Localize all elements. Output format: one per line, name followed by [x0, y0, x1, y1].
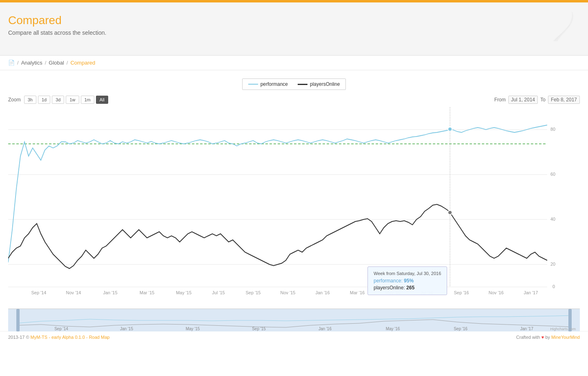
legend-performance-label: performance	[261, 81, 288, 87]
header: Compared Compare all stats across the se…	[0, 2, 588, 56]
breadcrumb-current: Compared	[70, 60, 95, 66]
breadcrumb-sep2: /	[45, 60, 47, 66]
chart-legend: performance playersOnline	[8, 78, 580, 90]
breadcrumb-analytics[interactable]: Analytics	[21, 60, 42, 66]
svg-text:Sep '16: Sep '16	[454, 327, 468, 331]
svg-text:Sep '14: Sep '14	[54, 327, 68, 331]
svg-text:80: 80	[550, 127, 555, 132]
main-chart: 80 60 40 20 0 Sep '14 Nov '14 Jan '15 Ma…	[8, 107, 580, 309]
footer-crafted: Crafted with	[516, 335, 541, 340]
navigator[interactable]: Sep '14 Jan '15 May '15 Sep '15 Jan '16 …	[8, 309, 580, 331]
svg-text:May '15: May '15	[186, 327, 200, 331]
players-dot	[448, 210, 452, 215]
footer: 2013-17 © MyM-TS - early Alpha 0.1.0 - R…	[0, 331, 588, 343]
svg-text:Jul '15: Jul '15	[212, 290, 225, 295]
feather-icon	[551, 11, 576, 43]
breadcrumb-home-icon[interactable]: 📄	[8, 60, 15, 66]
legend-players: playersOnline	[298, 81, 340, 87]
svg-rect-30	[16, 309, 20, 331]
svg-text:Nov '14: Nov '14	[66, 290, 81, 295]
legend-box: performance playersOnline	[242, 78, 346, 90]
breadcrumb: 📄 / Analytics / Global / Compared	[0, 56, 588, 70]
svg-text:Sep '16: Sep '16	[454, 290, 469, 295]
legend-performance-line	[248, 84, 258, 85]
from-value: Jul 1, 2014	[508, 96, 538, 104]
footer-right: Crafted with ♥ by MineYourMind	[516, 335, 580, 340]
svg-line-0	[555, 25, 570, 40]
zoom-label: Zoom	[8, 97, 21, 103]
legend-performance: performance	[248, 81, 288, 87]
from-label: From	[494, 97, 506, 103]
svg-text:Highcharts.com: Highcharts.com	[550, 327, 576, 331]
zoom-1d[interactable]: 1d	[38, 96, 50, 104]
svg-text:20: 20	[550, 262, 555, 266]
svg-text:Jan '15: Jan '15	[120, 327, 133, 331]
footer-by: by	[545, 335, 551, 340]
heart-icon: ♥	[541, 335, 544, 340]
svg-text:Nov '15: Nov '15	[281, 290, 296, 295]
navigator-svg: Sep '14 Jan '15 May '15 Sep '15 Jan '16 …	[8, 309, 580, 331]
zoom-1w[interactable]: 1w	[66, 96, 79, 104]
footer-copyright: 2013-17 ©	[8, 335, 31, 340]
svg-text:Jul '16: Jul '16	[420, 290, 433, 295]
svg-text:May '16: May '16	[385, 290, 401, 295]
zoom-3h[interactable]: 3h	[24, 96, 36, 104]
svg-text:Jan '16: Jan '16	[318, 327, 332, 331]
svg-text:Mar '15: Mar '15	[140, 290, 154, 295]
svg-text:Jan '17: Jan '17	[520, 327, 533, 331]
performance-dot	[448, 127, 452, 131]
breadcrumb-global[interactable]: Global	[49, 60, 64, 66]
footer-brand-link[interactable]: MyM-TS - early Alpha 0.1.0 - Road Map	[31, 335, 110, 340]
zoom-all[interactable]: All	[96, 96, 108, 104]
zoom-3d[interactable]: 3d	[52, 96, 64, 104]
svg-text:0: 0	[552, 284, 555, 289]
page-subtitle: Compare all stats across the selection.	[8, 29, 580, 36]
footer-left: 2013-17 © MyM-TS - early Alpha 0.1.0 - R…	[8, 335, 109, 340]
svg-text:Mar '16: Mar '16	[350, 290, 365, 295]
svg-text:Jan '17: Jan '17	[523, 290, 538, 295]
svg-rect-29	[8, 309, 580, 331]
svg-text:Sep '15: Sep '15	[252, 327, 266, 331]
to-label: To	[540, 97, 546, 103]
svg-text:60: 60	[550, 172, 555, 177]
svg-text:May '15: May '15	[176, 290, 192, 295]
breadcrumb-sep1: /	[17, 60, 19, 66]
zoom-controls: Zoom 3h 1d 3d 1w 1m All From Jul 1, 2014…	[8, 96, 580, 104]
breadcrumb-sep3: /	[67, 60, 68, 66]
chart-container: performance playersOnline Zoom 3h 1d 3d …	[0, 70, 588, 331]
date-range: From Jul 1, 2014 To Feb 8, 2017	[494, 96, 580, 104]
chart-svg: 80 60 40 20 0 Sep '14 Nov '14 Jan '15 Ma…	[8, 107, 580, 307]
svg-rect-1	[8, 107, 547, 287]
to-value: Feb 8, 2017	[548, 96, 580, 104]
svg-text:Nov '16: Nov '16	[489, 290, 504, 295]
svg-text:40: 40	[550, 217, 555, 222]
footer-myourmind-link[interactable]: MineYourMind	[551, 335, 580, 340]
legend-players-line	[298, 84, 307, 85]
svg-text:Sep '15: Sep '15	[246, 290, 261, 295]
legend-players-label: playersOnline	[310, 81, 340, 87]
page-title: Compared	[8, 14, 580, 27]
svg-text:Sep '14: Sep '14	[31, 290, 47, 295]
svg-text:Jan '15: Jan '15	[103, 290, 117, 295]
svg-text:May '16: May '16	[386, 327, 400, 331]
zoom-1m[interactable]: 1m	[81, 96, 94, 104]
svg-text:Jan '16: Jan '16	[315, 290, 330, 295]
